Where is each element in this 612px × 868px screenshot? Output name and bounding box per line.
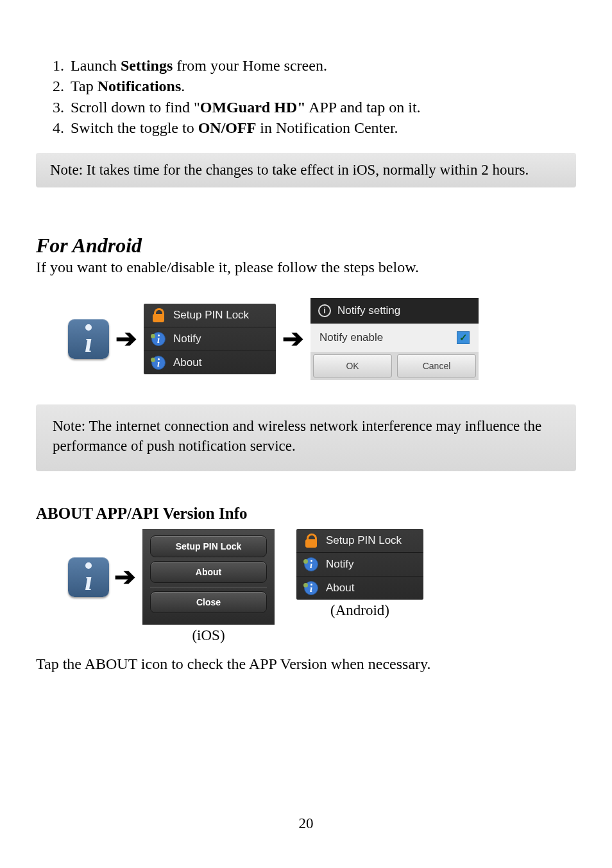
cancel-button[interactable]: Cancel bbox=[397, 354, 476, 378]
info-icon: ı bbox=[304, 581, 318, 595]
ios-label: (iOS) bbox=[192, 627, 225, 644]
ios-close-button[interactable]: Close bbox=[150, 591, 267, 613]
android-heading: For Android bbox=[36, 234, 576, 257]
arrow-icon: ➔ bbox=[115, 324, 137, 354]
dialog-title: Notify setting bbox=[337, 304, 400, 317]
about-instruction: Tap the ABOUT icon to check the APP Vers… bbox=[36, 655, 576, 673]
menu-item-notify[interactable]: ı Notify bbox=[296, 553, 423, 577]
menu-label: About bbox=[173, 356, 201, 369]
info-icon: ı bbox=[151, 356, 166, 370]
dialog-buttons: OK Cancel bbox=[310, 352, 479, 380]
about-figure: ı ➔ Setup PIN Lock About Close (iOS) Set… bbox=[68, 529, 576, 644]
menu-label: About bbox=[326, 582, 354, 595]
ios-about-button[interactable]: About bbox=[150, 561, 267, 583]
about-heading: ABOUT APP/API Version Info bbox=[36, 505, 576, 523]
divider bbox=[150, 587, 267, 587]
notify-dialog: i Notify setting Notify enable ✓ OK Canc… bbox=[310, 298, 479, 380]
menu-item-setup-pin[interactable]: Setup PIN Lock bbox=[296, 529, 423, 553]
step-2: Tap Notifications. bbox=[68, 76, 576, 96]
ios-setup-pin-button[interactable]: Setup PIN Lock bbox=[150, 535, 267, 557]
dialog-body: Notify enable ✓ bbox=[310, 324, 479, 352]
menu-item-about[interactable]: ı About bbox=[296, 577, 423, 600]
menu-label: Notify bbox=[326, 558, 353, 571]
notify-enable-label: Notify enable bbox=[319, 331, 383, 344]
dialog-header: i Notify setting bbox=[310, 298, 479, 324]
menu-label: Setup PIN Lock bbox=[173, 309, 249, 322]
android-notify-figure: ı ➔ Setup PIN Lock ı Notify ı About ➔ i … bbox=[68, 298, 576, 380]
menu-item-setup-pin[interactable]: Setup PIN Lock bbox=[144, 304, 276, 327]
info-icon[interactable]: ı bbox=[68, 557, 109, 597]
ios-action-sheet: Setup PIN Lock About Close bbox=[142, 529, 275, 625]
menu-label: Notify bbox=[173, 333, 201, 345]
android-subtext: If you want to enable/disable it, please… bbox=[36, 259, 576, 276]
menu-item-notify[interactable]: ı Notify bbox=[144, 327, 276, 351]
info-icon: ı bbox=[304, 557, 318, 571]
ios-steps-list: Launch Settings from your Home screen. T… bbox=[53, 55, 576, 139]
arrow-icon: ➔ bbox=[282, 324, 304, 354]
arrow-icon: ➔ bbox=[114, 562, 136, 592]
android-label: (Android) bbox=[330, 602, 389, 619]
menu-item-about[interactable]: ı About bbox=[144, 351, 276, 374]
step-4: Switch the toggle to ON/OFF in Notificat… bbox=[68, 117, 576, 138]
step-3: Scroll down to find "OMGuard HD" APP and… bbox=[68, 97, 576, 117]
notify-enable-checkbox[interactable]: ✓ bbox=[457, 331, 470, 344]
info-icon[interactable]: ı bbox=[68, 319, 109, 359]
note-network: Note: The internet connection and wirele… bbox=[36, 404, 576, 471]
page-number: 20 bbox=[0, 815, 612, 832]
menu-label: Setup PIN Lock bbox=[326, 534, 402, 547]
android-popup-menu: Setup PIN Lock ı Notify ı About bbox=[296, 529, 423, 600]
lock-icon bbox=[304, 534, 318, 548]
ok-button[interactable]: OK bbox=[313, 354, 392, 378]
android-popup-menu: Setup PIN Lock ı Notify ı About bbox=[144, 304, 276, 374]
info-icon: ı bbox=[151, 332, 166, 346]
info-icon: i bbox=[318, 304, 331, 317]
note-ios-delay: Note: It takes time for the changes to t… bbox=[36, 153, 576, 187]
step-1: Launch Settings from your Home screen. bbox=[68, 55, 576, 76]
lock-icon bbox=[151, 308, 166, 322]
